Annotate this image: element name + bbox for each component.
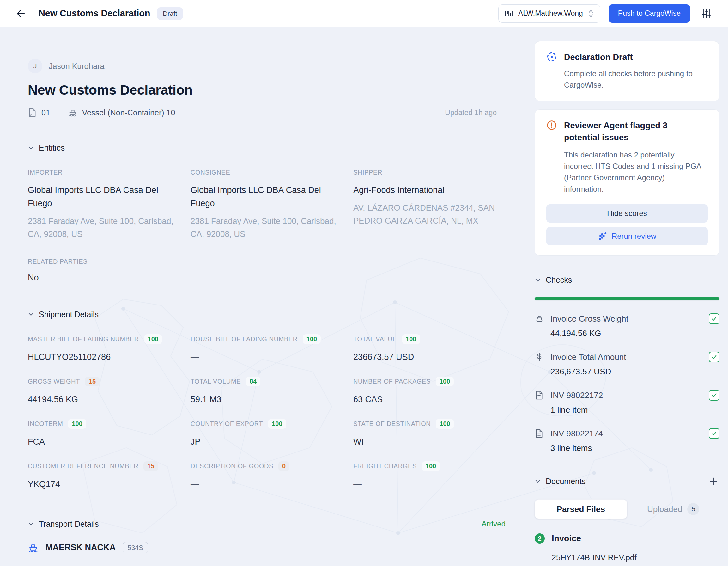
score-badge: 100 <box>436 419 454 429</box>
tab-uploaded[interactable]: Uploaded 5 <box>627 499 720 519</box>
field-house-bol: HOUSE BILL OF LADING NUMBER100 — <box>191 334 353 362</box>
alert-circle-icon <box>546 120 557 131</box>
draft-card-title: Declaration Draft <box>564 52 633 64</box>
importer-name: Global Imports LLC DBA Casa Del Fuego <box>28 184 164 210</box>
field-number-of-packages: NUMBER OF PACKAGES100 63 CAS <box>353 377 506 405</box>
score-badge: 100 <box>68 419 86 429</box>
field-customer-reference: CUSTOMER REFERENCE NUMBER15 YKQ174 <box>28 461 191 489</box>
weight-icon <box>535 314 544 324</box>
related-parties: RELATED PARTIES No <box>28 258 506 283</box>
entities-section-header[interactable]: Entities <box>28 143 506 152</box>
plus-icon <box>708 476 719 486</box>
documents-section-header[interactable]: Documents <box>535 475 719 487</box>
check-checkbox[interactable] <box>709 352 719 362</box>
vessel-row: MAERSK NACKA 534S <box>28 542 506 553</box>
check-item-inv-98022174: INV 98022174 3 line items <box>535 428 719 453</box>
profile-select-value: ALW.Matthew.Wong <box>518 9 583 18</box>
page-title: New Customs Declaration <box>28 82 506 98</box>
avatar: J <box>28 59 42 73</box>
score-badge: 100 <box>144 334 162 344</box>
transport-mode: Vessel (Non-Container) 10 <box>68 108 175 117</box>
field-freight-charges: FREIGHT CHARGES100 — <box>353 461 506 489</box>
field-state-of-destination: STATE OF DESTINATION100 WI <box>353 419 506 447</box>
reviewer-agent-card: Reviewer Agent flagged 3 potential issue… <box>535 109 719 256</box>
declaration-draft-card: Declaration Draft Complete all checks be… <box>535 41 719 101</box>
chevron-down-icon <box>535 277 541 283</box>
score-badge: 84 <box>246 377 260 387</box>
checks-progress-bar <box>535 297 719 300</box>
score-badge: 15 <box>143 461 158 471</box>
transport-details-section-header[interactable]: Transport Details Arrived <box>28 520 506 529</box>
barcode-icon <box>504 9 514 18</box>
field-incoterm: INCOTERM100 FCA <box>28 419 191 447</box>
status-badge: Draft <box>157 7 183 20</box>
tab-parsed-files[interactable]: Parsed Files <box>535 499 627 519</box>
chevron-down-icon <box>28 145 34 151</box>
field-description-of-goods: DESCRIPTION OF GOODS0 — <box>191 461 353 489</box>
check-item-total-amount: Invoice Total Amount 236,673.57 USD <box>535 352 719 377</box>
check-checkbox[interactable] <box>709 314 719 324</box>
draft-card-body: Complete all checks before pushing to Ca… <box>564 68 697 91</box>
shipper-name: Agri-Foods International <box>353 184 489 197</box>
doc-file[interactable]: 25HY174B-INV-REV.pdf p.1-8 <box>552 553 719 566</box>
push-to-cargowise-button[interactable]: Push to CargoWise <box>609 4 690 23</box>
doc-group-invoice: 2 Invoice 25HY174B-INV-REV.pdf p.1-8 25H… <box>535 533 719 566</box>
voyage-badge: 534S <box>123 542 148 553</box>
owner-row: J Jason Kurohara <box>28 59 506 73</box>
vessel-name: MAERSK NACKA <box>45 543 116 552</box>
ship-icon <box>28 542 39 553</box>
importer-address: 2381 Faraday Ave, Suite 100, Carlsbad, C… <box>28 215 178 241</box>
rerun-review-button[interactable]: Rerun review <box>546 227 708 245</box>
dollar-icon <box>535 352 544 362</box>
field-total-value: TOTAL VALUE100 236673.57 USD <box>353 334 506 362</box>
score-badge: 100 <box>303 334 321 344</box>
file-icon <box>535 429 543 438</box>
score-badge: 100 <box>268 419 286 429</box>
score-badge: 0 <box>278 461 289 471</box>
shipment-details-section-header[interactable]: Shipment Details <box>28 310 506 319</box>
uploaded-count-badge: 5 <box>687 503 699 515</box>
documents-tabs: Parsed Files Uploaded 5 <box>535 499 719 519</box>
check-checkbox[interactable] <box>709 390 719 401</box>
back-button[interactable] <box>15 7 27 20</box>
score-badge: 100 <box>422 461 440 471</box>
check-item-inv-98022172: INV 98022172 1 line item <box>535 390 719 415</box>
doc-count-badge: 2 <box>535 533 545 544</box>
score-badge: 100 <box>436 377 454 387</box>
shipment-fields-grid: MASTER BILL OF LADING NUMBER100 HLCUTYO2… <box>28 334 506 489</box>
checks-section-header[interactable]: Checks <box>535 275 719 285</box>
field-country-of-export: COUNTRY OF EXPORT100 JP <box>191 419 353 447</box>
meta-row: 01 Vessel (Non-Container) 10 Updated 1h … <box>28 108 506 117</box>
sparkles-icon <box>598 231 607 241</box>
ship-icon <box>68 108 77 117</box>
field-master-bol: MASTER BILL OF LADING NUMBER100 HLCUTYO2… <box>28 334 191 362</box>
consignee-address: 2381 Faraday Ave, Suite 100, Carlsbad, C… <box>191 215 341 241</box>
owner-name: Jason Kurohara <box>49 62 105 71</box>
check-item-gross-weight: Invoice Gross Weight 44,194.56 KG <box>535 314 719 338</box>
arrival-status: Arrived <box>482 520 506 528</box>
score-badge: 100 <box>402 334 420 344</box>
check-checkbox[interactable] <box>709 428 719 439</box>
chevron-down-icon <box>535 478 541 484</box>
consignee-column: CONSIGNEE Global Imports LLC DBA Casa De… <box>191 169 353 241</box>
cargowise-profile-select[interactable]: ALW.Matthew.Wong <box>498 4 600 23</box>
hide-scores-button[interactable]: Hide scores <box>546 204 708 222</box>
field-total-volume: TOTAL VOLUME84 59.1 M3 <box>191 377 353 405</box>
entities-grid: IMPORTER Global Imports LLC DBA Casa Del… <box>28 169 506 241</box>
consignee-name: Global Imports LLC DBA Casa Del Fuego <box>191 184 326 210</box>
field-gross-weight: GROSS WEIGHT15 44194.56 KG <box>28 377 191 405</box>
settings-sliders-button[interactable] <box>700 7 713 21</box>
back-arrow-icon <box>15 8 26 19</box>
declaration-number: 01 <box>28 108 50 117</box>
chevron-down-icon <box>28 521 34 527</box>
updated-timestamp: Updated 1h ago <box>445 108 497 117</box>
topbar: New Customs Declaration Draft ALW.Matthe… <box>0 0 728 27</box>
importer-column: IMPORTER Global Imports LLC DBA Casa Del… <box>28 169 191 241</box>
window-title: New Customs Declaration <box>39 8 150 19</box>
add-document-button[interactable] <box>707 475 719 487</box>
document-icon <box>28 108 37 117</box>
reviewer-card-body: This declaration has 2 potentially incor… <box>564 149 703 195</box>
file-icon <box>535 391 543 400</box>
dashed-circle-status-icon <box>546 52 557 62</box>
chevron-updown-icon <box>587 9 594 18</box>
